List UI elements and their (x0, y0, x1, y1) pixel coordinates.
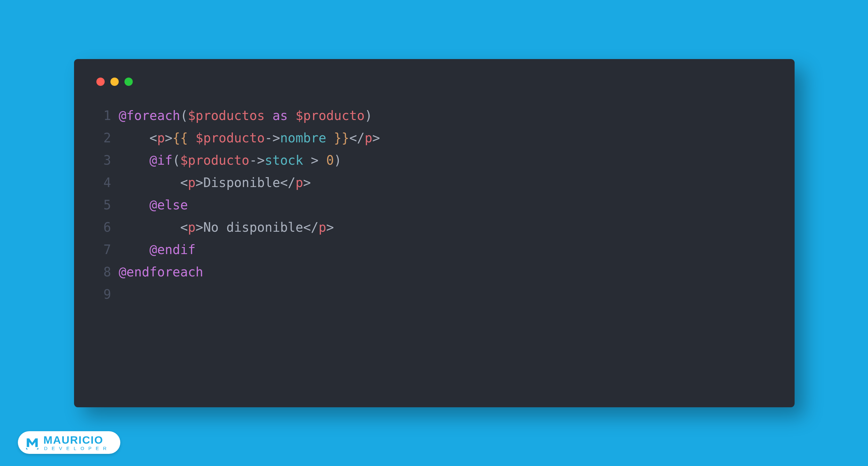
code-text: <p>No disponible</p> (119, 216, 334, 239)
code-text: <p>{{ $producto->nombre }}</p> (119, 127, 380, 149)
brand-text: MAURICIO DEVELOPER (43, 434, 111, 451)
code-text: @endforeach (119, 261, 203, 283)
line-number: 6 (96, 216, 119, 239)
brand-badge: MAURICIO DEVELOPER (18, 431, 120, 454)
code-text: <p>Disponible</p> (119, 172, 311, 194)
code-text: @else (119, 194, 188, 216)
line-number: 4 (96, 172, 119, 194)
code-line: 3 @if($producto->stock > 0) (96, 149, 772, 172)
code-line: 5 @else (96, 194, 772, 216)
line-number: 5 (96, 194, 119, 216)
code-line: 4 <p>Disponible</p> (96, 172, 772, 194)
brand-name: MAURICIO (43, 434, 111, 445)
code-editor-window: 1@foreach($productos as $producto)2 <p>{… (74, 59, 795, 407)
line-number: 3 (96, 149, 119, 172)
code-text: @foreach($productos as $producto) (119, 104, 372, 127)
line-number: 7 (96, 239, 119, 261)
code-line: 2 <p>{{ $producto->nombre }}</p> (96, 127, 772, 149)
line-number: 9 (96, 283, 119, 306)
code-line: 9 (96, 283, 772, 306)
brand-logo-icon (25, 435, 39, 450)
window-traffic-lights (96, 77, 772, 86)
code-line: 6 <p>No disponible</p> (96, 216, 772, 239)
code-line: 7 @endif (96, 239, 772, 261)
line-number: 8 (96, 261, 119, 283)
code-text: @if($producto->stock > 0) (119, 149, 341, 172)
line-number: 2 (96, 127, 119, 149)
code-text: @endif (119, 239, 196, 261)
close-icon[interactable] (96, 77, 105, 86)
maximize-icon[interactable] (124, 77, 133, 86)
minimize-icon[interactable] (111, 77, 119, 86)
code-line: 1@foreach($productos as $producto) (96, 104, 772, 127)
code-line: 8@endforeach (96, 261, 772, 283)
code-content: 1@foreach($productos as $producto)2 <p>{… (96, 104, 772, 306)
line-number: 1 (96, 104, 119, 127)
brand-subtitle: DEVELOPER (44, 446, 111, 451)
